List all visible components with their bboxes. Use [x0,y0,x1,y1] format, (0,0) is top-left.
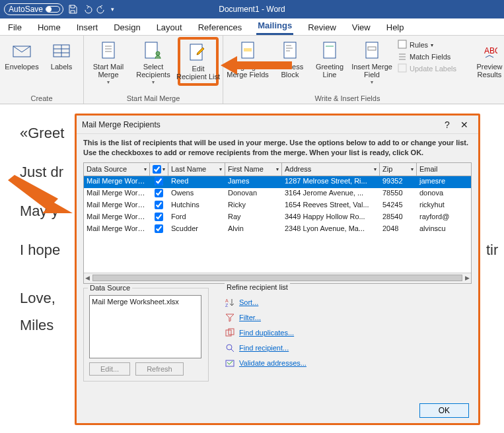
row-checkbox[interactable] [155,177,163,185]
labels-icon [51,40,72,61]
select-recipients-button[interactable]: Select Recipients ▾ [133,37,174,88]
tab-home[interactable]: Home [36,20,62,35]
refresh-button[interactable]: Refresh [135,362,184,376]
preview-results-button[interactable]: ABC Preview Results [472,37,504,82]
undo-icon[interactable] [82,4,92,15]
tab-references[interactable]: References [197,20,243,35]
document-line: I hope tir [20,239,64,261]
sort-link[interactable]: AZSort... [225,297,466,308]
table-row[interactable]: Mail Merge Work...FordRay3449 Happy Holl… [84,212,471,224]
start-mail-merge-button[interactable]: Start Mail Merge ▾ [88,37,129,88]
autosave-label: AutoSave [9,5,43,14]
svg-line-32 [231,349,234,352]
tab-file[interactable]: File [7,20,23,35]
tab-insert[interactable]: Insert [75,20,100,35]
document-line: Miles [20,314,64,336]
insert-merge-field-button[interactable]: Insert Merge Field ▾ [351,37,392,88]
group-create: Envelopes Labels Create [0,36,84,104]
recipients-grid[interactable]: Data Source▾ ▾ Last Name▾ First Name▾ Ad… [83,162,472,284]
save-icon[interactable] [67,4,78,15]
validate-icon [225,358,235,368]
svg-rect-14 [284,42,296,58]
row-checkbox[interactable] [155,224,163,233]
svg-rect-5 [102,42,114,58]
dialog-description: This is the list of recipients that will… [77,134,478,162]
duplicates-icon [225,327,235,338]
document-line: Just dr [20,161,64,183]
edit-recipient-list-button[interactable]: Edit Recipient List [178,37,219,86]
document-edit-icon [188,42,209,63]
document-people-icon [143,40,164,61]
greeting-line-button[interactable]: Greeting Line [312,37,347,82]
col-address[interactable]: Address▾ [282,163,380,176]
row-checkbox[interactable] [155,213,163,221]
horizontal-scrollbar[interactable]: ◀▶ [84,273,471,283]
table-row[interactable]: Mail Merge Work...HutchinsRicky1654 Reev… [84,200,471,212]
merge-field-icon [361,40,382,61]
col-email[interactable]: Email [417,163,471,176]
filter-icon [225,312,235,323]
data-source-item[interactable]: Mail Merge Worksheet.xlsx [92,298,199,306]
svg-rect-18 [324,42,336,58]
group-label: Start Mail Merge [127,93,180,104]
document-line: «Greet [20,122,64,144]
group-label: Create [30,93,52,104]
edit-button[interactable]: Edit... [89,362,130,376]
col-data-source[interactable]: Data Source▾ [84,163,150,176]
rules-button[interactable]: Rules▾ [398,40,456,50]
tab-mailings[interactable]: Mailings [256,18,293,35]
svg-rect-13 [244,48,252,51]
tab-layout[interactable]: Layout [155,20,184,35]
validate-addresses-link[interactable]: Validate addresses... [225,358,466,368]
ok-button[interactable]: OK [419,403,469,418]
table-row[interactable]: Mail Merge Work...ReedJames1287 Melrose … [84,176,471,188]
match-fields-button[interactable]: Match Fields [398,51,456,62]
row-checkbox[interactable] [155,189,163,197]
table-row[interactable]: Mail Merge Work...OwensDonovan3164 Jerom… [84,188,471,200]
sort-icon: AZ [225,297,235,308]
close-button[interactable]: ✕ [456,119,473,130]
tab-design[interactable]: Design [112,20,141,35]
update-labels-icon [398,63,407,74]
labels-button[interactable]: Labels [44,37,79,74]
redo-icon[interactable] [96,4,107,15]
filter-link[interactable]: Filter... [225,312,466,323]
envelope-icon [11,40,32,61]
group-label: Write & Insert Fields [315,93,380,104]
col-checkbox[interactable]: ▾ [150,163,168,176]
document-body[interactable]: «Greet Just dr May y I hope tir Love, Mi… [20,122,64,353]
data-source-listbox[interactable]: Mail Merge Worksheet.xlsx [89,295,201,358]
col-zip[interactable]: Zip▾ [380,163,417,176]
tab-review[interactable]: Review [306,20,338,35]
select-all-checkbox[interactable] [153,165,161,174]
document-line: May y [20,200,64,222]
group-write-insert: Highlight Merge Fields Address Block Gre… [223,36,504,104]
row-checkbox[interactable] [155,201,163,209]
data-source-fieldset: Data Source Mail Merge Worksheet.xlsx Ed… [83,288,209,382]
greeting-line-icon [319,40,340,61]
chevron-down-icon: ▾ [152,79,155,85]
rules-icon [398,40,407,50]
tab-view[interactable]: View [351,20,372,35]
chevron-down-icon: ▾ [107,79,110,85]
table-row[interactable]: Mail Merge Work...ScudderAlvin2348 Lyon … [84,224,471,236]
chevron-down-icon: ▾ [371,79,373,85]
col-first-name[interactable]: First Name▾ [225,163,282,176]
document-icon [98,40,119,61]
help-button[interactable]: ? [439,119,456,130]
find-recipient-link[interactable]: Find recipient... [225,343,466,353]
address-block-button[interactable]: Address Block [272,37,308,82]
autosave-toggle[interactable]: AutoSave [4,3,63,15]
envelopes-button[interactable]: Envelopes [4,37,40,74]
ribbon-tabs: FileHomeInsertDesignLayoutReferencesMail… [0,18,504,36]
qat-more-icon[interactable]: ▾ [111,6,114,13]
dialog-footer: OK [77,398,478,423]
document-line: Love, [20,287,64,309]
highlight-merge-fields-button[interactable]: Highlight Merge Fields [227,37,268,82]
mail-merge-recipients-dialog: Mail Merge Recipients ? ✕ This is the li… [75,114,480,425]
find-duplicates-link[interactable]: Find duplicates... [225,327,466,338]
tab-help[interactable]: Help [385,20,406,35]
col-last-name[interactable]: Last Name▾ [168,163,225,176]
group-start-mail-merge: Start Mail Merge ▾ Select Recipients ▾ E… [84,36,223,104]
preview-results-icon: ABC [479,40,500,61]
